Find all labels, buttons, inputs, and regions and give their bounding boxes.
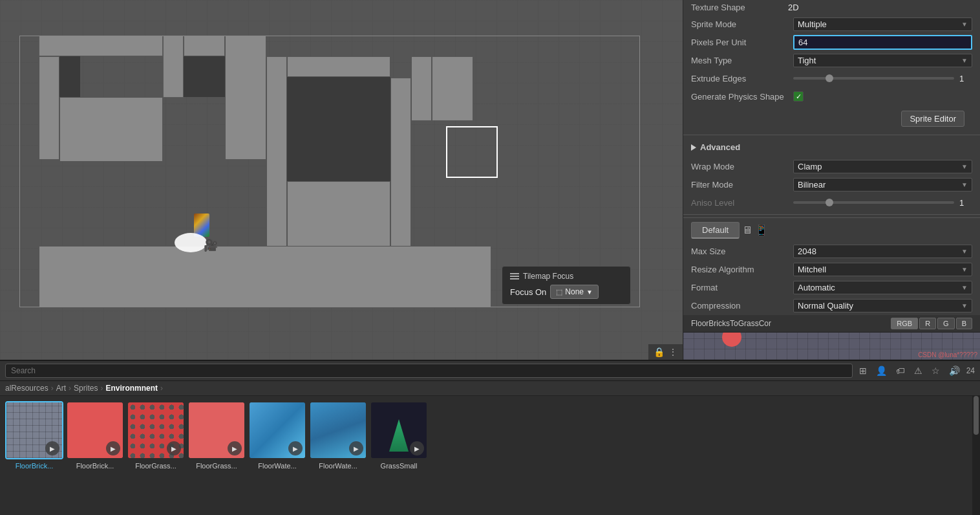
scene-viewport[interactable]: 🎥 Tilemap Focus Focus On (0, 0, 683, 360)
play-icon-2[interactable]: ▶ (106, 441, 120, 455)
breadcrumb-sprites[interactable]: Sprites (74, 384, 98, 393)
default-tab[interactable]: Default (691, 222, 740, 239)
asset-label-floorgrass1: FloorGrass... (135, 462, 176, 470)
breadcrumb-sep-4: › (160, 384, 163, 393)
play-icon-5[interactable]: ▶ (288, 441, 303, 455)
mobile-icon[interactable]: 📱 (755, 224, 768, 236)
compression-row: Compression Normal Quality ▼ (683, 297, 980, 315)
sprite-editor-container: Sprite Editor (683, 105, 980, 132)
aniso-level-value: 1 (959, 198, 972, 208)
tilemap-popup-row: Focus On ⬚ None ▼ (510, 285, 623, 299)
platform-tabs: Default 🖥 📱 (683, 217, 980, 243)
asset-thumb-floorwater1: ▶ (248, 401, 306, 459)
asset-star-icon[interactable]: ☆ (929, 364, 943, 377)
breadcrumb-alresources[interactable]: alResources (5, 384, 48, 393)
asset-thumb-floorgrass2: ▶ (187, 401, 246, 459)
wrap-mode-dropdown[interactable]: Clamp ▼ (793, 160, 972, 173)
asset-label-floorwater1: FloorWate... (258, 462, 297, 470)
rgb-bar: FloorBricksToGrassCor RGB R G B (683, 315, 980, 333)
preview-asset-name: FloorBricksToGrassCor (691, 319, 886, 328)
mesh-type-arrow-icon: ▼ (961, 57, 968, 64)
format-value: Automatic (798, 283, 835, 292)
asset-view-icon[interactable]: ⊞ (857, 364, 869, 377)
pixels-per-unit-input[interactable] (793, 35, 972, 50)
watermark: CSDN @luna*????? (918, 351, 977, 358)
asset-label-floorgrass2: FloorGrass... (196, 462, 237, 470)
advanced-toggle[interactable]: Advanced (691, 140, 972, 155)
play-icon-7[interactable]: ▶ (410, 441, 424, 455)
sprite-editor-label: Sprite Editor (910, 114, 956, 124)
play-icon-3[interactable]: ▶ (167, 441, 181, 455)
filter-mode-row: Filter Mode Bilinear ▼ (683, 175, 980, 193)
breadcrumb-environment[interactable]: Environmnent (105, 384, 158, 393)
asset-item-floorgrass2[interactable]: ▶ FloorGrass... (187, 401, 246, 470)
asset-label-floorwater2: FloorWate... (319, 462, 357, 470)
play-icon-4[interactable]: ▶ (228, 441, 242, 455)
max-size-value: 2048 (798, 247, 816, 256)
generate-physics-checkbox[interactable]: ✓ (793, 91, 804, 102)
sprite-editor-button[interactable]: Sprite Editor (901, 111, 964, 127)
slider-thumb[interactable] (826, 74, 833, 82)
aniso-level-slider[interactable]: 1 (793, 198, 972, 208)
compression-value: Normal Quality (798, 301, 853, 311)
texture-shape-value: 2D (788, 3, 972, 12)
breadcrumb-art[interactable]: Art (56, 384, 66, 393)
rgb-tab-g[interactable]: G (937, 318, 955, 329)
asset-item-floorgrass1[interactable]: ▶ FloorGrass... (127, 401, 185, 470)
play-icon-1[interactable]: ▶ (45, 441, 59, 455)
asset-item-floorwater2[interactable]: ▶ FloorWate... (309, 401, 367, 470)
scene-grid: 🎥 Tilemap Focus Focus On (0, 0, 683, 360)
rgb-tab-r[interactable]: R (919, 318, 936, 329)
more-options-icon[interactable]: ⋮ (668, 347, 677, 357)
resize-algo-label: Resize Algorithm (691, 265, 788, 274)
filter-mode-dropdown[interactable]: Bilinear ▼ (793, 178, 972, 192)
asset-thumb-floorwater2: ▶ (309, 401, 367, 459)
lock-icon[interactable]: 🔒 (654, 347, 665, 357)
asset-count-icon: 🔊 (946, 364, 963, 377)
asset-person-icon[interactable]: 👤 (873, 364, 889, 377)
asset-alert-icon[interactable]: ⚠ (911, 364, 925, 377)
preview-image: CSDN @luna*????? (683, 333, 980, 360)
rgb-tab-b[interactable]: B (956, 318, 972, 329)
focus-on-button[interactable]: ⬚ None ▼ (550, 285, 599, 299)
max-size-arrow-icon: ▼ (961, 248, 968, 255)
max-size-dropdown[interactable]: 2048 ▼ (793, 245, 972, 258)
asset-tag-icon[interactable]: 🏷 (893, 364, 908, 377)
monitor-icon[interactable]: 🖥 (742, 225, 752, 236)
compression-dropdown[interactable]: Normal Quality ▼ (793, 299, 972, 312)
extrude-edges-slider[interactable]: 1 (793, 74, 972, 83)
asset-thumb-floorbrick1: ▶ (5, 401, 63, 459)
mesh-type-dropdown[interactable]: Tight ▼ (793, 54, 972, 67)
smoke-effect (175, 233, 207, 252)
resize-algo-dropdown[interactable]: Mitchell ▼ (793, 263, 972, 276)
breadcrumb-sep-1: › (51, 384, 54, 393)
tilemap-popup: Tilemap Focus Focus On ⬚ None ▼ (502, 266, 631, 305)
rgb-tab-rgb[interactable]: RGB (891, 318, 918, 329)
hamburger-icon (510, 273, 519, 279)
asset-grid-container: ▶ FloorBrick... ▶ FloorBrick... ▶ FloorG… (0, 396, 980, 515)
aniso-level-row: Aniso Level 1 (683, 193, 980, 212)
format-arrow-icon: ▼ (961, 284, 968, 291)
sprite-mode-value: Multiple (798, 19, 827, 29)
wrap-mode-row: Wrap Mode Clamp ▼ (683, 157, 980, 175)
asset-scrollbar[interactable] (972, 396, 980, 515)
mesh-type-value: Tight (798, 56, 816, 65)
format-dropdown[interactable]: Automatic ▼ (793, 281, 972, 294)
asset-item-floorwater1[interactable]: ▶ FloorWate... (248, 401, 306, 470)
sprite-mode-row: Sprite Mode Multiple ▼ (683, 15, 980, 33)
sprite-mode-dropdown[interactable]: Multiple ▼ (793, 17, 972, 31)
asset-label-grasssmall: GrassSmall (381, 462, 418, 470)
tilemap-popup-title: Tilemap Focus (510, 272, 623, 281)
asset-search-input[interactable] (5, 364, 853, 378)
asset-scroll-thumb[interactable] (974, 396, 979, 435)
asset-item-floorbrick2[interactable]: ▶ FloorBrick... (66, 401, 124, 470)
resize-algo-row: Resize Algorithm Mitchell ▼ (683, 261, 980, 279)
play-icon-6[interactable]: ▶ (349, 441, 363, 455)
aniso-slider-thumb[interactable] (826, 199, 833, 206)
max-size-label: Max Size (691, 247, 788, 256)
aniso-slider-track (793, 201, 954, 204)
advanced-section: Advanced (683, 137, 980, 157)
asset-thumb-floorbrick2: ▶ (66, 401, 124, 459)
asset-item-grasssmall[interactable]: ▶ GrassSmall (370, 401, 428, 470)
asset-item-floorbrick1[interactable]: ▶ FloorBrick... (5, 401, 63, 470)
